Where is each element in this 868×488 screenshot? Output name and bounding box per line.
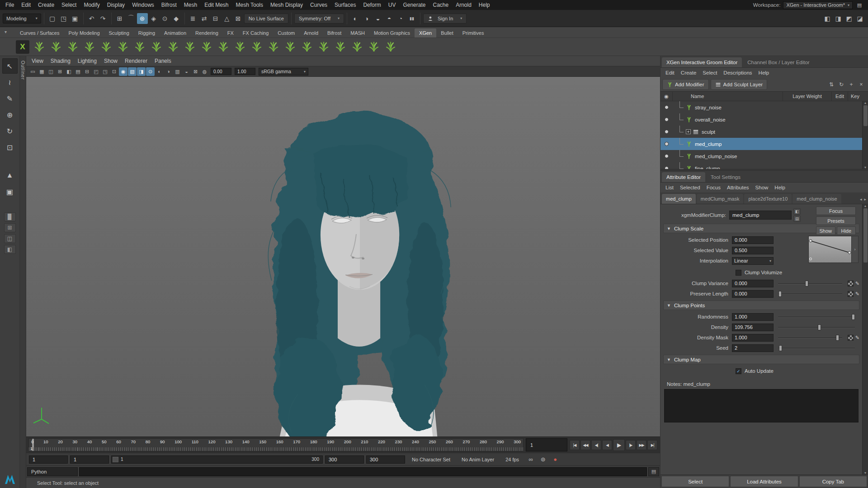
viewport-toolbar-icon[interactable]: ⊙ <box>146 67 155 76</box>
outliner-collapsed-panel[interactable]: Outliner <box>20 56 26 488</box>
single-pane-layout-button[interactable]: ▉ <box>4 212 16 221</box>
texture-map-icon[interactable] <box>848 291 854 297</box>
lasso-tool[interactable]: ≀ <box>2 75 18 90</box>
ramp-widget[interactable] <box>808 236 852 263</box>
shelf-tab[interactable]: MASH <box>346 28 369 38</box>
column-name[interactable]: Name <box>672 92 783 101</box>
viewport-toolbar-icon[interactable]: ◐ <box>155 67 164 76</box>
menu-item[interactable]: Windows <box>128 1 158 9</box>
shelf-icon[interactable] <box>82 39 97 55</box>
preserve-length-slider[interactable] <box>778 290 842 298</box>
paint-map-icon[interactable]: ✎ <box>855 291 859 297</box>
ipr-render-icon[interactable]: ◑ <box>361 13 372 24</box>
scroll-down-icon[interactable]: ▼ <box>864 166 867 169</box>
layer-visibility-toggle[interactable] <box>665 105 669 109</box>
command-language-switch[interactable]: Python <box>27 467 78 476</box>
time-slider-track[interactable]: 0 10 20 30 40 50 60 70 80 90 <box>28 438 524 451</box>
render-view-icon[interactable]: ◔ <box>395 13 406 24</box>
view-transform-dropdown[interactable]: sRGB gamma ▾ <box>259 68 308 75</box>
shelf-tab[interactable]: Sculpting <box>104 28 134 38</box>
groom-menu-item[interactable]: Edit <box>662 69 678 76</box>
add-modifier-button[interactable]: Add Modifier <box>662 79 709 90</box>
workspace-menu-icon[interactable]: ▤ <box>855 1 863 9</box>
new-scene-icon[interactable]: ▢ <box>47 13 58 24</box>
randomness-field[interactable]: 1.000 <box>732 313 774 321</box>
groom-menu-item[interactable]: Descriptions <box>720 69 755 76</box>
split-pane-layout-button[interactable]: ◫ <box>4 234 16 243</box>
node-tab[interactable]: med_clump <box>662 194 696 204</box>
animation-start-field[interactable]: 1 <box>29 455 68 464</box>
fps-menu[interactable]: 24 fps <box>501 457 524 462</box>
selection-mask-icon[interactable]: △ <box>222 13 232 24</box>
viewport-menu-item[interactable]: Renderer <box>121 57 151 65</box>
reorder-layers-icon[interactable]: ⇅ <box>826 80 836 89</box>
scale-tool[interactable]: ⊡ <box>2 140 18 155</box>
paint-select-tool[interactable]: ✎ <box>2 91 18 106</box>
playback-loop-icon[interactable]: ∞ <box>526 455 536 465</box>
node-tab[interactable]: place2dTexture10 <box>744 194 792 204</box>
refresh-layers-icon[interactable]: ↻ <box>836 80 846 89</box>
viewport-toolbar-icon[interactable]: ▭ <box>28 67 37 76</box>
attribute-editor-menu-item[interactable]: Selected <box>677 184 703 191</box>
viewport-menu-item[interactable]: Shading <box>47 57 74 65</box>
viewport-toolbar-icon[interactable]: ▥ <box>173 67 182 76</box>
groom-menu-item[interactable]: Create <box>678 69 700 76</box>
toggle-channel-box-icon[interactable]: ◩ <box>844 13 854 24</box>
presets-button[interactable]: Presets <box>816 216 856 225</box>
viewport-toolbar-icon[interactable]: ◰ <box>92 67 100 76</box>
shelf-icon[interactable] <box>165 39 181 55</box>
shelf-tab[interactable]: Rendering <box>191 28 223 38</box>
shelf-icon[interactable] <box>266 39 281 55</box>
groom-menu-item[interactable]: Help <box>755 69 773 76</box>
menu-item[interactable]: Generate <box>399 1 429 9</box>
menu-item[interactable]: Select <box>58 1 80 9</box>
menu-item[interactable]: Mesh <box>180 1 201 9</box>
expand-toggle[interactable] <box>686 129 691 134</box>
menu-item[interactable]: Create <box>34 1 58 9</box>
shelf-icon[interactable] <box>232 39 248 55</box>
menu-item[interactable]: Edit Mesh <box>201 1 232 9</box>
viewport-toolbar-icon[interactable]: ⊟ <box>83 67 91 76</box>
layer-visibility-toggle[interactable] <box>665 166 669 169</box>
interpolation-dropdown[interactable]: Linear ▾ <box>732 257 774 265</box>
menu-item[interactable]: Arnold <box>452 1 475 9</box>
shelf-tab[interactable]: Motion Graphics <box>369 28 415 38</box>
viewport-menu-item[interactable]: Show <box>100 57 121 65</box>
shelf-icon[interactable] <box>333 39 348 55</box>
layer-row[interactable]: med_clump <box>660 138 868 150</box>
exposure-field[interactable]: 0.00 <box>211 68 231 75</box>
attribute-editor-menu-item[interactable]: List <box>662 184 677 191</box>
viewport-toolbar-icon[interactable]: ◧ <box>65 67 73 76</box>
shelf-icon[interactable] <box>199 39 214 55</box>
menu-item[interactable]: Deform <box>359 1 384 9</box>
clump-points-header[interactable]: ▼ Clump Points <box>663 300 859 310</box>
density-slider[interactable] <box>778 324 855 331</box>
preserve-length-field[interactable]: 0.000 <box>732 290 774 298</box>
scrollbar-thumb[interactable] <box>863 208 868 263</box>
step-forward-frame-button[interactable]: ▶▶ <box>637 440 646 450</box>
shelf-tab[interactable]: Rigging <box>134 28 160 38</box>
texture-map-icon[interactable] <box>848 281 854 286</box>
clump-scale-ramp[interactable]: › <box>808 236 859 263</box>
live-surface-button[interactable]: No Live Surface <box>244 14 288 23</box>
auto-key-icon[interactable]: ● <box>550 455 560 465</box>
tab-scroll-left-icon[interactable]: ◂ <box>859 197 863 202</box>
paint-map-icon[interactable]: ✎ <box>855 335 859 341</box>
layer-visibility-toggle[interactable] <box>665 117 669 122</box>
viewport-toolbar-icon[interactable]: ⊡ <box>110 67 118 76</box>
clump-map-header[interactable]: ▼ Clump Map <box>663 355 859 364</box>
rotate-tool[interactable]: ↻ <box>2 123 18 139</box>
menu-item[interactable]: Mesh Tools <box>232 1 267 9</box>
footer-button[interactable]: Load Attributes <box>730 476 798 487</box>
viewport-toolbar-icon[interactable]: ▦ <box>38 67 46 76</box>
footer-button[interactable]: Copy Tab <box>799 476 867 487</box>
animation-end-field[interactable]: 300 <box>366 455 405 464</box>
clump-variance-field[interactable]: 0.000 <box>732 280 774 287</box>
layer-visibility-toggle[interactable] <box>665 130 669 134</box>
shelf-icon[interactable] <box>383 39 398 55</box>
node-tab[interactable]: medClump_mask <box>697 194 744 204</box>
menu-item[interactable]: UV <box>385 1 400 9</box>
symmetry-dropdown[interactable]: Symmetry: Off ▾ <box>294 14 344 23</box>
menu-item[interactable]: File <box>2 1 18 9</box>
node-focus-icon[interactable]: ◧ <box>793 208 801 215</box>
